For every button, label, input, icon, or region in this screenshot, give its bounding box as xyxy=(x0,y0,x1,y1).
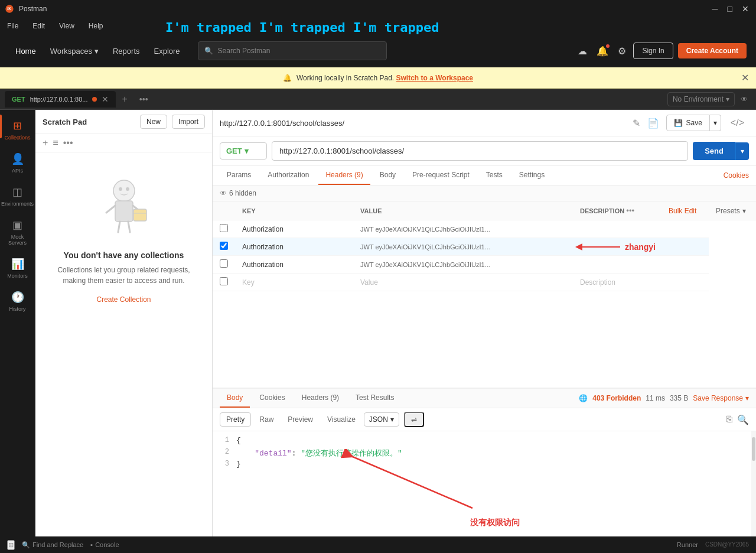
format-type-selector[interactable]: JSON ▾ xyxy=(364,412,399,427)
create-collection-link[interactable]: Create Collection xyxy=(96,295,151,304)
maximize-button[interactable]: □ xyxy=(725,4,735,14)
environments-icon: ◫ xyxy=(12,186,22,199)
bulk-edit-button[interactable]: Bulk Edit xyxy=(669,207,696,215)
resp-tab-body[interactable]: Body xyxy=(220,389,250,408)
add-tool-button[interactable]: + xyxy=(43,138,48,148)
code-line-2: 2 "detail": "您没有执行该操作的权限。" xyxy=(213,448,756,460)
row1-checkbox[interactable] xyxy=(220,224,228,232)
json-chevron-icon: ▾ xyxy=(390,415,394,424)
wrap-button[interactable]: ⇌ xyxy=(404,412,424,427)
tab-headers[interactable]: Headers (9) xyxy=(318,166,370,185)
sign-in-button[interactable]: Sign In xyxy=(633,43,673,59)
save-button[interactable]: 💾 Save xyxy=(666,115,710,131)
banner-close-button[interactable]: ✕ xyxy=(741,72,749,83)
request-tab[interactable]: GET http://127.0.0.1:80... ✕ xyxy=(5,91,116,108)
console-icon: ▪ xyxy=(90,541,93,548)
fmt-preview[interactable]: Preview xyxy=(282,413,319,426)
method-chevron-icon: ▾ xyxy=(245,147,249,155)
presets-button[interactable]: Presets ▾ xyxy=(716,207,746,215)
headers-panel: 👁 6 hidden KEY VALUE DESCRIPTION ••• xyxy=(213,186,756,388)
tab-tests[interactable]: Tests xyxy=(479,166,510,185)
empty-title: You don't have any collections xyxy=(64,251,184,260)
notifications-icon[interactable]: 🔔 xyxy=(594,43,611,59)
scroll-thumb xyxy=(752,437,755,461)
code-scrollbar[interactable] xyxy=(751,431,756,553)
tab-pre-request[interactable]: Pre-request Script xyxy=(405,166,477,185)
sidebar-item-environments[interactable]: ◫ Environments xyxy=(2,181,33,212)
console-item[interactable]: ▪ Console xyxy=(90,541,119,548)
sidebar-item-monitors[interactable]: 📊 Monitors xyxy=(2,253,33,284)
title-bar: ✉ Postman ─ □ ✕ xyxy=(0,0,756,18)
empty-illustration xyxy=(89,170,159,241)
send-button[interactable]: Send xyxy=(693,142,735,160)
tab-close-icon[interactable]: ✕ xyxy=(102,95,109,104)
format-tabs: Pretty Raw Preview Visualize JSON ▾ ⇌ ⎘ … xyxy=(213,408,756,431)
runner-item[interactable]: Runner xyxy=(677,541,698,548)
save-dropdown-button[interactable]: ▾ xyxy=(710,115,721,131)
find-replace-item[interactable]: 🔍 Find and Replace xyxy=(22,541,83,549)
settings-icon[interactable]: ⚙ xyxy=(615,43,628,59)
sidebar-item-apis[interactable]: 👤 APIs xyxy=(2,148,33,178)
menu-help[interactable]: Help xyxy=(86,21,106,31)
environment-selector[interactable]: No Environment ▾ xyxy=(667,92,735,106)
svg-point-4 xyxy=(126,187,129,191)
nav-home[interactable]: Home xyxy=(9,43,42,59)
nav-workspaces[interactable]: Workspaces ▾ xyxy=(44,43,105,59)
row4-desc: Description xyxy=(580,278,615,287)
tab-params[interactable]: Params xyxy=(220,166,258,185)
sidebar-item-collections[interactable]: ⊞ Collections xyxy=(2,115,33,145)
nav-reports[interactable]: Reports xyxy=(107,43,146,59)
edit-url-button[interactable]: ✎ xyxy=(630,115,643,131)
svg-text:✉: ✉ xyxy=(7,6,12,12)
tab-options-icon[interactable]: ••• xyxy=(136,93,152,105)
fmt-raw[interactable]: Raw xyxy=(253,413,279,426)
nav-explore[interactable]: Explore xyxy=(148,43,186,59)
menu-edit[interactable]: Edit xyxy=(30,21,47,31)
search-bar[interactable]: 🔍 Search Postman xyxy=(198,41,387,60)
switch-workspace-link[interactable]: Switch to a Workspace xyxy=(396,74,473,82)
request-row: GET ▾ Send ▾ xyxy=(213,136,756,166)
method-selector[interactable]: GET ▾ xyxy=(220,142,267,160)
new-collection-button[interactable]: New xyxy=(140,115,167,129)
row2-checkbox[interactable] xyxy=(220,242,228,250)
save-response-button[interactable]: Save Response ▾ xyxy=(693,394,749,402)
create-account-button[interactable]: Create Account xyxy=(678,43,747,58)
minimize-button[interactable]: ─ xyxy=(710,4,721,14)
table-row: Authorization JWT eyJ0eXAiOiJKV1QiLCJhbG… xyxy=(213,220,756,238)
copy-response-button[interactable]: ⎘ xyxy=(726,414,732,425)
resp-tab-headers[interactable]: Headers (9) xyxy=(295,389,346,408)
code-view-button[interactable]: </> xyxy=(726,115,749,131)
resp-tab-cookies[interactable]: Cookies xyxy=(252,389,292,408)
more-tools-button[interactable]: ••• xyxy=(63,138,73,148)
search-response-button[interactable]: 🔍 xyxy=(737,414,749,425)
send-dropdown-button[interactable]: ▾ xyxy=(735,142,749,160)
sidebar-item-history[interactable]: 🕐 History xyxy=(2,286,33,317)
tab-authorization[interactable]: Authorization xyxy=(260,166,316,185)
tab-body[interactable]: Body xyxy=(373,166,403,185)
description-button[interactable]: 📄 xyxy=(645,115,662,131)
menu-view[interactable]: View xyxy=(57,21,77,31)
main-content: http://127.0.0.1:8001/school/classes/ ✎ … xyxy=(213,110,756,553)
filter-tool-button[interactable]: ≡ xyxy=(53,138,58,148)
import-button[interactable]: Import xyxy=(172,115,205,129)
fmt-pretty[interactable]: Pretty xyxy=(220,412,251,427)
tab-method: GET xyxy=(12,96,25,103)
environment-eye-icon[interactable]: 👁 xyxy=(737,93,751,106)
cloud-icon[interactable]: ☁ xyxy=(575,43,589,59)
window-title: Postman xyxy=(19,5,47,13)
description-more-button[interactable]: ••• xyxy=(626,206,634,215)
new-tab-button[interactable]: + xyxy=(118,93,131,106)
fmt-visualize[interactable]: Visualize xyxy=(321,413,361,426)
menu-file[interactable]: File xyxy=(5,21,21,31)
no-environment-label: No Environment xyxy=(673,95,724,103)
close-button[interactable]: ✕ xyxy=(739,4,751,14)
cookies-link[interactable]: Cookies xyxy=(724,171,749,180)
sidebar-item-mock-servers[interactable]: ▣ Mock Servers xyxy=(2,214,33,251)
resp-tab-test-results[interactable]: Test Results xyxy=(348,389,401,408)
row3-checkbox[interactable] xyxy=(220,259,228,268)
row4-checkbox[interactable] xyxy=(220,277,228,285)
tab-settings[interactable]: Settings xyxy=(512,166,552,185)
url-input[interactable] xyxy=(272,141,688,161)
sidebar-toggle-button[interactable]: ⊞ xyxy=(7,540,15,550)
method-label: GET xyxy=(226,147,242,155)
